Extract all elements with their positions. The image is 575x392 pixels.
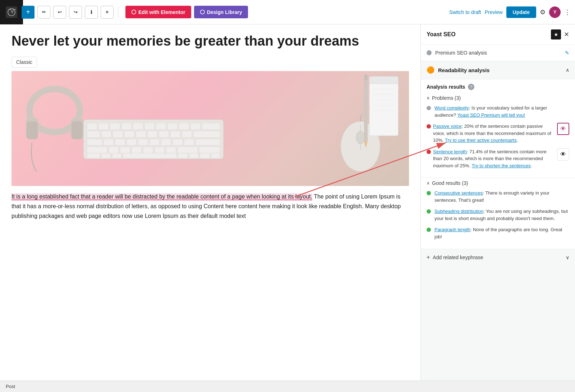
svg-rect-30 <box>115 139 125 145</box>
active-counterparts-link[interactable]: Try to use their active counterparts <box>445 137 517 143</box>
svg-rect-4 <box>27 121 38 139</box>
list-view-button[interactable]: ≡ <box>101 6 114 19</box>
add-keyphrase-left: + Add related keyphrase <box>427 254 483 261</box>
paragraph-length-link[interactable]: Paragraph length <box>434 227 470 232</box>
svg-rect-40 <box>120 147 130 153</box>
analysis-results-title: Analysis results <box>427 84 465 90</box>
redo-icon: ↪ <box>74 9 78 15</box>
redo-button[interactable]: ↪ <box>69 6 82 19</box>
notebook-illustration <box>366 75 402 146</box>
premium-seo-edit-button[interactable]: ✎ <box>565 50 569 56</box>
yoast-panel: Yoast SEO ★ ✕ Premium SEO analysis <box>421 24 575 266</box>
problems-title: Problems (3) <box>432 95 461 101</box>
pencil-illustration <box>362 73 369 152</box>
yoast-close-button[interactable]: ✕ <box>564 31 569 38</box>
add-block-button[interactable]: + <box>22 6 34 19</box>
add-keyphrase-chevron-icon: ∨ <box>566 255 569 260</box>
svg-rect-44 <box>166 147 176 153</box>
eye-icon-2: 👁 <box>560 151 566 158</box>
shorten-sentences-link[interactable]: Try to shorten the sentences <box>472 163 530 168</box>
premium-seo-title: Premium SEO analysis <box>435 50 487 56</box>
settings-button[interactable]: ⚙ <box>540 8 546 16</box>
passive-voice-dot <box>427 124 431 129</box>
undo-button[interactable]: ↩ <box>53 6 66 19</box>
svg-rect-58 <box>369 76 398 136</box>
subheading-text: Subheading distribution: You are not usi… <box>434 208 569 222</box>
problems-header[interactable]: ∧ Problems (3) <box>427 95 569 101</box>
preview-button[interactable]: Preview <box>485 9 503 15</box>
design-library-label: Design Library <box>207 9 242 15</box>
consecutive-text: Consecutive sentences: There is enough v… <box>434 190 569 204</box>
svg-rect-65 <box>364 76 368 141</box>
design-library-icon: ⬡ <box>200 9 205 15</box>
post-body: It is a long established fact that a rea… <box>12 192 409 221</box>
close-icon: ✕ <box>564 31 569 38</box>
good-results-title: Good results (3) <box>432 180 468 186</box>
svg-rect-8 <box>98 123 109 130</box>
premium-seo-section[interactable]: Premium SEO analysis ✎ <box>421 45 575 61</box>
yoast-premium-link[interactable]: Yoast SEO Premium will tell you! <box>457 112 525 118</box>
svg-rect-25 <box>170 131 180 137</box>
svg-rect-17 <box>202 123 220 130</box>
passive-voice-eye-button[interactable]: 👁 <box>557 123 569 135</box>
sentence-length-eye-button[interactable]: 👁 <box>557 148 569 160</box>
readability-left: 🟠 Readability analysis <box>427 66 489 74</box>
switch-to-draft-button[interactable]: Switch to draft <box>449 9 481 15</box>
svg-rect-45 <box>178 147 198 153</box>
svg-rect-38 <box>87 147 107 153</box>
readability-title: Readability analysis <box>438 67 489 73</box>
yoast-plugin-icon[interactable]: Y <box>549 6 561 18</box>
analysis-results-header: Analysis results ? <box>421 79 575 93</box>
problems-section: ∧ Problems (3) Word complexity: Is your … <box>421 93 575 178</box>
svg-rect-0 <box>6 6 17 18</box>
info-button[interactable]: ℹ <box>85 6 98 19</box>
svg-rect-34 <box>161 139 171 145</box>
premium-seo-status-dot <box>427 50 432 55</box>
good-consecutive-sentences: Consecutive sentences: There is enough v… <box>427 190 569 204</box>
passive-voice-link[interactable]: Passive voice <box>433 123 461 129</box>
post-title[interactable]: Never let your memories be greater than … <box>12 33 409 50</box>
svg-rect-16 <box>190 123 201 130</box>
svg-rect-24 <box>159 131 169 137</box>
good-results-header[interactable]: ∧ Good results (3) <box>427 180 569 186</box>
svg-rect-21 <box>124 131 134 137</box>
wp-logo <box>0 0 23 24</box>
svg-rect-19 <box>101 131 111 137</box>
edit-with-elementor-button[interactable]: ⬡ Edit with Elementor <box>125 6 191 18</box>
yoast-star-button[interactable]: ★ <box>551 29 561 39</box>
word-complexity-link[interactable]: Word complexity <box>434 105 469 111</box>
svg-rect-27 <box>193 131 220 137</box>
consecutive-sentences-link[interactable]: Consecutive sentences <box>434 190 483 196</box>
analysis-help-icon[interactable]: ? <box>468 84 474 90</box>
svg-rect-54 <box>211 153 220 158</box>
sentence-length-link[interactable]: Sentence length <box>433 149 467 154</box>
svg-rect-26 <box>182 131 192 137</box>
svg-rect-50 <box>123 153 177 158</box>
svg-rect-22 <box>136 131 146 137</box>
design-library-button[interactable]: ⬡ Design Library <box>194 6 248 18</box>
paragraph-text: Paragraph length: None of the paragraphs… <box>434 226 569 240</box>
svg-rect-36 <box>184 139 194 145</box>
svg-rect-5 <box>72 121 83 139</box>
list-icon: ≡ <box>106 9 109 15</box>
subheading-distribution-link[interactable]: Subheading distribution <box>434 209 483 214</box>
info-icon: ℹ <box>91 9 92 15</box>
elementor-label: Edit with Elementor <box>138 9 185 15</box>
edit-mode-button[interactable]: ✏ <box>37 6 50 19</box>
good-paragraph-length: Paragraph length: None of the paragraphs… <box>427 226 569 240</box>
svg-rect-49 <box>112 153 121 158</box>
highlighted-passive-text: It is a long established fact that a rea… <box>12 193 312 200</box>
premium-seo-left: Premium SEO analysis <box>427 50 487 56</box>
add-keyphrase-section[interactable]: + Add related keyphrase ∨ <box>421 249 575 266</box>
block-type-selector[interactable]: Classic <box>12 57 37 67</box>
main-layout: Never let your memories be greater than … <box>0 24 575 381</box>
editor-area[interactable]: Never let your memories be greater than … <box>0 24 420 381</box>
paragraph-dot <box>427 228 431 232</box>
keyboard-illustration <box>82 118 225 161</box>
more-options-button[interactable]: ⋮ <box>564 8 571 16</box>
edit-icon: ✎ <box>565 50 569 56</box>
readability-section[interactable]: 🟠 Readability analysis ∧ <box>421 61 575 79</box>
update-button[interactable]: Update <box>506 6 536 18</box>
svg-rect-7 <box>87 123 97 130</box>
svg-rect-14 <box>167 123 178 130</box>
